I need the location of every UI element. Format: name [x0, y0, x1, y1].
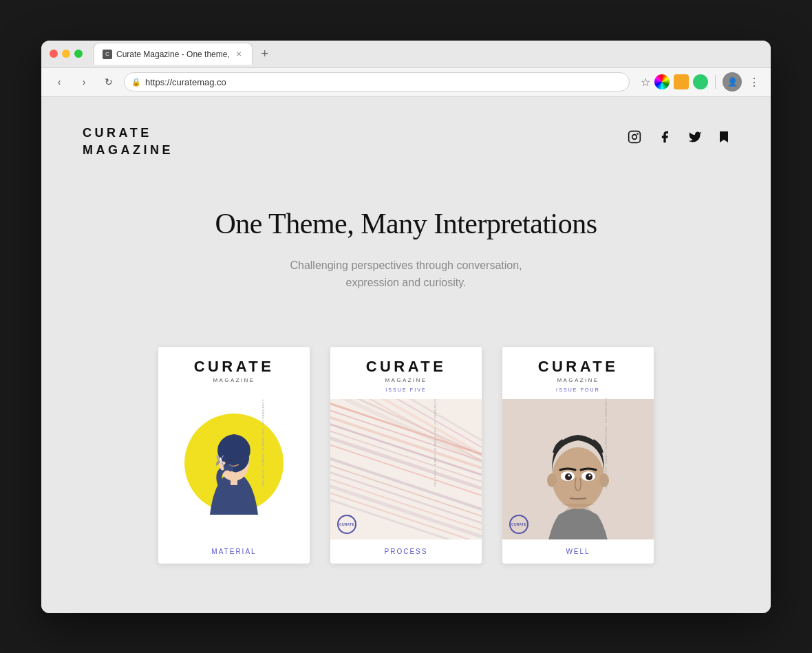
magazine-cover-3: CURATE MAGAZINE ISSUE FOUR [502, 347, 654, 539]
maximize-traffic-light[interactable] [74, 50, 83, 58]
close-traffic-light[interactable] [50, 50, 58, 58]
mag3-label: WELL [502, 539, 654, 564]
logo-line1: CURATE [83, 125, 173, 142]
mag3-subtitle: MAGAZINE [502, 377, 654, 383]
security-lock-icon: 🔒 [131, 78, 141, 87]
yellow-extension-icon[interactable] [674, 74, 689, 89]
tab-title: Curate Magazine - One theme, [116, 50, 230, 59]
new-tab-button[interactable]: + [255, 44, 275, 63]
site-logo: CURATE MAGAZINE [83, 125, 173, 159]
mag2-side-text: CURATEMAG.CO · ONE THEME OF CURATE · ISS… [434, 399, 437, 486]
magazines-grid: CURATE MAGAZINE [83, 347, 729, 564]
mag1-title: CURATE [194, 358, 274, 376]
mag3-stamp: CURATE [509, 515, 528, 534]
mag2-issue: ISSUE FIVE [330, 387, 482, 392]
back-button[interactable]: ‹ [50, 72, 69, 92]
browser-menu-button[interactable]: ⋮ [746, 76, 762, 89]
colorful-extension-icon[interactable] [654, 74, 670, 89]
twitter-icon[interactable] [688, 130, 702, 147]
mag3-side-text: CURATEMAG.CO · ONE THEME OF CURATE · ISS… [603, 398, 607, 489]
mag2-stamp: CURATE [337, 515, 356, 534]
tab-close-button[interactable]: ✕ [234, 50, 244, 59]
traffic-lights [50, 50, 83, 58]
logo-line2: MAGAZINE [83, 142, 173, 159]
mag3-title: CURATE [502, 358, 654, 376]
website-content: CURATE MAGAZINE [41, 97, 771, 613]
forward-button[interactable]: › [74, 72, 94, 92]
url-display: https://curatemag.co [145, 77, 226, 87]
svg-point-30 [547, 473, 557, 487]
svg-point-36 [568, 475, 570, 477]
divider [715, 75, 716, 89]
mag2-title: CURATE [330, 358, 482, 376]
instagram-icon[interactable] [628, 130, 641, 147]
browser-navbar: ‹ › ↻ 🔒 https://curatemag.co ☆ 👤 ⋮ [41, 68, 771, 97]
mag2-subtitle: MAGAZINE [330, 377, 482, 383]
reload-button[interactable]: ↻ [99, 72, 118, 92]
mag3-issue: ISSUE FOUR [502, 387, 654, 392]
mag1-subtitle: MAGAZINE [213, 377, 255, 383]
hero-subtitle-line2: expression and curiosity. [346, 277, 467, 288]
magazine-card-1[interactable]: CURATE MAGAZINE [158, 347, 310, 564]
magazine-cover-1: CURATE MAGAZINE [158, 347, 310, 539]
magazine-card-3[interactable]: CURATE MAGAZINE ISSUE FOUR [502, 347, 654, 564]
bookmark-icon[interactable] [718, 130, 729, 147]
site-header: CURATE MAGAZINE [83, 125, 729, 159]
tab-bar: C Curate Magazine - One theme, ✕ + [94, 43, 762, 65]
browser-titlebar: C Curate Magazine - One theme, ✕ + [41, 41, 771, 68]
magazine-cover-2: CURATE MAGAZINE ISSUE FIVE [330, 347, 482, 539]
minimize-traffic-light[interactable] [62, 50, 70, 58]
mag1-side-text: CURATEMAG.CO · ONE THEME OF CURATE · ISS… [261, 400, 265, 487]
woman-illustration [175, 394, 292, 515]
hero-title: One Theme, Many Interpretations [83, 207, 729, 240]
hero-subtitle: Challenging perspectives through convers… [234, 257, 578, 292]
browser-actions: ☆ 👤 ⋮ [641, 72, 762, 92]
mag1-label: MATERIAL [158, 539, 310, 564]
social-icons [628, 125, 729, 147]
magazine-card-2[interactable]: CURATE MAGAZINE ISSUE FIVE [330, 347, 482, 564]
svg-point-35 [586, 473, 592, 480]
green-extension-icon[interactable] [693, 74, 708, 89]
svg-point-1 [632, 134, 637, 139]
mag2-label: PROCESS [330, 539, 482, 564]
hero-subtitle-line1: Challenging perspectives through convers… [290, 259, 522, 271]
svg-rect-0 [629, 131, 641, 142]
active-tab[interactable]: C Curate Magazine - One theme, ✕ [94, 43, 253, 65]
svg-point-29 [552, 447, 604, 509]
hero-section: One Theme, Many Interpretations Challeng… [83, 193, 729, 333]
facebook-icon[interactable] [658, 130, 672, 147]
svg-rect-5 [231, 478, 237, 485]
svg-point-37 [589, 475, 591, 477]
address-bar[interactable]: 🔒 https://curatemag.co [124, 72, 630, 92]
star-icon[interactable]: ☆ [641, 76, 650, 89]
tab-favicon: C [103, 50, 112, 59]
profile-button[interactable]: 👤 [723, 72, 742, 92]
browser-window: C Curate Magazine - One theme, ✕ + ‹ › ↻… [41, 41, 771, 613]
svg-point-34 [565, 473, 572, 480]
svg-point-2 [637, 133, 639, 135]
